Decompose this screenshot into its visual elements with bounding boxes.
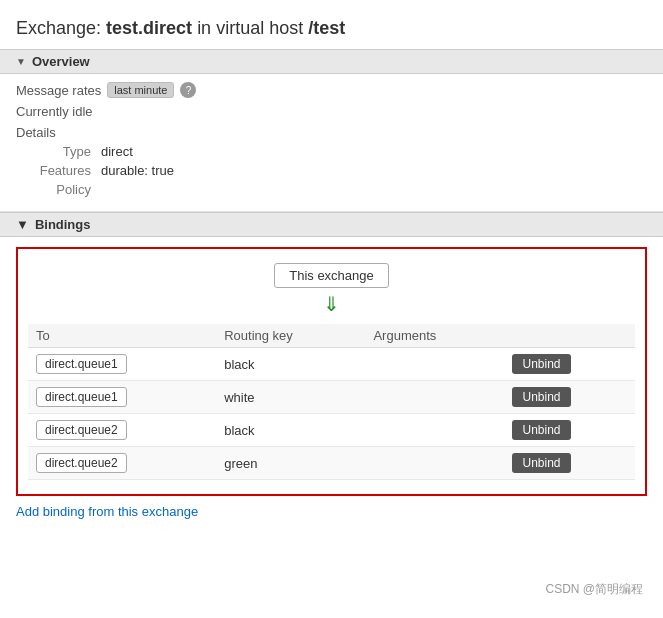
bindings-section-header[interactable]: ▼ Bindings — [0, 212, 663, 237]
col-header-actions — [504, 324, 635, 348]
bindings-box: This exchange ⇓ To Routing key Arguments… — [16, 247, 647, 496]
action-cell: Unbind — [504, 447, 635, 480]
queue-name-badge[interactable]: direct.queue1 — [36, 387, 127, 407]
queue-name-badge[interactable]: direct.queue2 — [36, 420, 127, 440]
arguments-cell — [365, 381, 504, 414]
detail-key-features: Features — [26, 163, 101, 178]
help-icon[interactable]: ? — [180, 82, 196, 98]
unbind-button[interactable]: Unbind — [512, 354, 570, 374]
message-rates-label: Message rates — [16, 83, 101, 98]
binding-to-cell: direct.queue2 — [28, 414, 216, 447]
binding-to-cell: direct.queue1 — [28, 348, 216, 381]
routing-key-cell: green — [216, 447, 365, 480]
detail-key-type: Type — [26, 144, 101, 159]
col-header-to: To — [28, 324, 216, 348]
detail-row-policy: Policy — [26, 182, 647, 197]
detail-key-policy: Policy — [26, 182, 101, 197]
col-header-routing-key: Routing key — [216, 324, 365, 348]
exchange-name: test.direct — [106, 18, 192, 38]
details-label: Details — [16, 125, 647, 140]
binding-to-cell: direct.queue1 — [28, 381, 216, 414]
detail-row-type: Type direct — [26, 144, 647, 159]
arguments-cell — [365, 348, 504, 381]
unbind-button[interactable]: Unbind — [512, 420, 570, 440]
table-row: direct.queue2greenUnbind — [28, 447, 635, 480]
routing-key-cell: white — [216, 381, 365, 414]
routing-key-cell: black — [216, 414, 365, 447]
action-cell: Unbind — [504, 414, 635, 447]
this-exchange-button[interactable]: This exchange — [274, 263, 389, 288]
details-table: Type direct Features durable: true Polic… — [26, 144, 647, 197]
message-rates-row: Message rates last minute ? — [16, 82, 647, 98]
arrow-down-icon: ⇓ — [28, 294, 635, 314]
table-row: direct.queue2blackUnbind — [28, 414, 635, 447]
overview-collapse-icon: ▼ — [16, 56, 26, 67]
routing-key-cell: black — [216, 348, 365, 381]
arguments-cell — [365, 447, 504, 480]
action-cell: Unbind — [504, 381, 635, 414]
table-row: direct.queue1blackUnbind — [28, 348, 635, 381]
bindings-collapse-icon: ▼ — [16, 217, 29, 232]
last-minute-badge[interactable]: last minute — [107, 82, 174, 98]
col-header-arguments: Arguments — [365, 324, 504, 348]
detail-row-features: Features durable: true — [26, 163, 647, 178]
queue-name-badge[interactable]: direct.queue1 — [36, 354, 127, 374]
unbind-button[interactable]: Unbind — [512, 387, 570, 407]
overview-label: Overview — [32, 54, 90, 69]
page-title: Exchange: test.direct in virtual host /t… — [0, 10, 663, 49]
vhost-name: /test — [308, 18, 345, 38]
unbind-button[interactable]: Unbind — [512, 453, 570, 473]
binding-to-cell: direct.queue2 — [28, 447, 216, 480]
detail-value-type: direct — [101, 144, 133, 159]
watermark: CSDN @简明编程 — [545, 581, 643, 598]
detail-value-features: durable: true — [101, 163, 174, 178]
overview-section-header[interactable]: ▼ Overview — [0, 49, 663, 74]
bindings-table: To Routing key Arguments direct.queue1bl… — [28, 324, 635, 480]
queue-name-badge[interactable]: direct.queue2 — [36, 453, 127, 473]
table-row: direct.queue1whiteUnbind — [28, 381, 635, 414]
currently-idle: Currently idle — [16, 104, 647, 119]
action-cell: Unbind — [504, 348, 635, 381]
add-binding-link[interactable]: Add binding from this exchange — [16, 504, 198, 519]
arguments-cell — [365, 414, 504, 447]
overview-content: Message rates last minute ? Currently id… — [0, 74, 663, 212]
bindings-label: Bindings — [35, 217, 91, 232]
